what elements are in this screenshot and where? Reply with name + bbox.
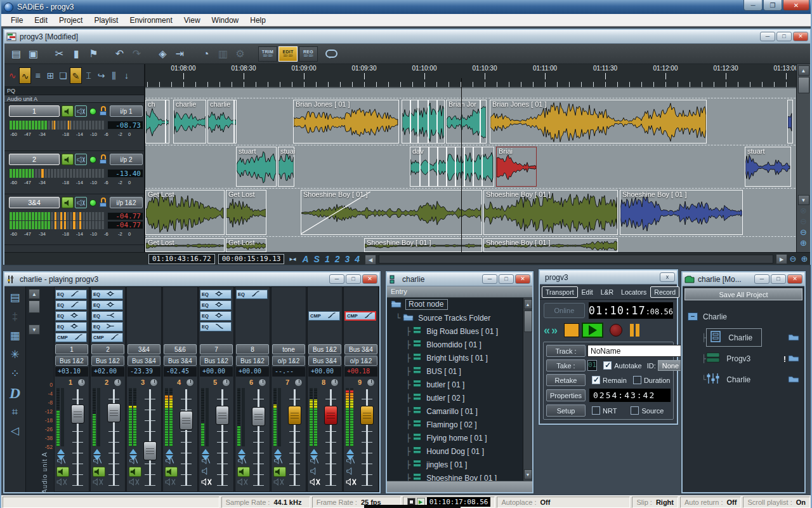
- track-number-button[interactable]: 1: [9, 105, 60, 117]
- fast-forward-button[interactable]: »: [551, 324, 556, 337]
- project-root-item[interactable]: −Charlie: [683, 306, 804, 327]
- menu-help[interactable]: Help: [244, 15, 272, 26]
- timeline-horizontal-scrollbar[interactable]: [379, 255, 773, 264]
- project-tree-item[interactable]: ├ Charlie: [683, 327, 804, 348]
- mixer-scrollbar[interactable]: ▲ ▼: [27, 288, 41, 349]
- restore-button[interactable]: ❐: [763, 0, 782, 11]
- pages-icon[interactable]: ❏: [57, 67, 69, 84]
- collapse-markers-icon[interactable]: ▸◂: [289, 255, 296, 262]
- channel-gain-value[interactable]: +00.00: [236, 367, 269, 377]
- cmp-plugin-button[interactable]: CMP: [308, 311, 340, 321]
- channel-mute-button[interactable]: [129, 478, 141, 488]
- open-folder-zone[interactable]: [788, 375, 799, 385]
- entry-scroll-up-button[interactable]: ▲: [524, 299, 532, 309]
- channel-solo-icon[interactable]: [93, 457, 105, 467]
- tab-landr[interactable]: L&R: [597, 286, 617, 298]
- channel-name-button[interactable]: tone: [272, 344, 305, 354]
- audio-clip[interactable]: Shoeshine Boy [ 01 ]: [301, 190, 482, 235]
- channel-monitor-button[interactable]: [273, 467, 286, 477]
- project-maximize-button[interactable]: □: [771, 274, 786, 284]
- fader-handle[interactable]: [107, 403, 121, 422]
- marker-button-4[interactable]: 4: [355, 254, 360, 264]
- vscroll-thumb[interactable]: [798, 77, 809, 93]
- clipstore-titlebar[interactable]: charlie ─ □ ✕: [387, 272, 532, 286]
- track-mute-button[interactable]: [75, 105, 87, 117]
- channel-bus-button[interactable]: Bus 1&2: [200, 356, 233, 366]
- wave-zoom-icon[interactable]: ∿: [19, 67, 31, 84]
- open-folder-icon[interactable]: [788, 376, 799, 385]
- tree-item-source-track[interactable]: ├ Bloomdido [ 01 ]: [387, 338, 532, 351]
- open-folder-zone[interactable]: [788, 333, 799, 343]
- channel-name-button[interactable]: 2: [91, 344, 124, 354]
- channel-mute-button[interactable]: [165, 478, 178, 488]
- channel-name-button[interactable]: 7: [200, 344, 233, 354]
- tree-item-source-track[interactable]: ├ butler [ 02 ]: [387, 391, 532, 404]
- audio-clip[interactable]: Get Lost: [145, 190, 225, 235]
- channel-monitor-button[interactable]: [129, 467, 141, 477]
- menu-environment[interactable]: Environment: [124, 15, 178, 26]
- channel-solo-icon[interactable]: [165, 457, 178, 467]
- channel-gain-value[interactable]: +00.00: [308, 367, 341, 377]
- tree-item-root[interactable]: Root node: [387, 298, 532, 311]
- audio-clip[interactable]: [402, 100, 445, 144]
- entry-scroll-thumb[interactable]: [524, 311, 532, 332]
- audio-clip[interactable]: Brian Jor: [446, 100, 487, 144]
- razor-flag-icon[interactable]: ⚑: [86, 46, 102, 62]
- project-titlebar[interactable]: charlie [Mo... ─ □ ✕: [683, 272, 804, 286]
- direct-icon[interactable]: D: [10, 384, 20, 403]
- channel-bus-button[interactable]: o/p 1&2: [344, 356, 377, 366]
- mixer-scroll-down-button[interactable]: ▼: [29, 324, 40, 335]
- channel-mute-button[interactable]: [93, 478, 105, 488]
- audio-clip[interactable]: Brian Jones [ 01 ]: [293, 100, 399, 144]
- channel-solo-icon[interactable]: [201, 457, 214, 467]
- scroll-up-button[interactable]: ▲: [798, 65, 809, 76]
- tab-transport[interactable]: Transport: [542, 286, 578, 298]
- channel-bus-button[interactable]: Bus 3&4: [308, 356, 341, 366]
- channel-solo-icon[interactable]: [129, 457, 141, 467]
- meters-icon[interactable]: ▥: [215, 46, 231, 62]
- auto-return-panel[interactable]: Auto return : Off: [680, 497, 741, 508]
- audio-clip[interactable]: Get Lost: [226, 190, 266, 235]
- monitor-icon[interactable]: ◁: [11, 422, 19, 441]
- audio-clip[interactable]: ch: [145, 100, 169, 144]
- track-setup-icon[interactable]: ⊞: [44, 67, 56, 84]
- track-name-input[interactable]: [587, 345, 692, 357]
- taskbar-peek[interactable]: [364, 505, 461, 508]
- autotake-checkbox[interactable]: [603, 361, 612, 370]
- pause-button[interactable]: [630, 324, 639, 337]
- fader-track[interactable]: [330, 389, 332, 486]
- audio-clip[interactable]: Get Lost: [226, 238, 266, 252]
- timeline-track-lane[interactable]: Get LostGet LostShoeshine Boy [ 01 ]Shoe…: [145, 189, 799, 237]
- eq-plugin-button[interactable]: EQ: [91, 290, 123, 299]
- tab-record[interactable]: Record: [650, 286, 679, 298]
- play-button[interactable]: [582, 323, 603, 338]
- entry-horizontal-scrollbar[interactable]: [387, 481, 532, 492]
- audio-clip[interactable]: Shoeshine Boy [ 01 ]: [483, 238, 618, 252]
- channel-mute-button[interactable]: [201, 478, 214, 488]
- track-number-button[interactable]: 3&4: [9, 197, 60, 208]
- timeline-track-lane[interactable]: stuartstuaidavBriaistuart: [145, 145, 799, 189]
- fader-track[interactable]: [221, 389, 223, 486]
- pin-icon[interactable]: ⁘: [10, 365, 19, 384]
- channel-monitor-button[interactable]: [346, 467, 358, 477]
- region-snapshot-icon[interactable]: ▣: [25, 46, 41, 62]
- clipstore-minimize-button[interactable]: ─: [482, 274, 497, 284]
- tab-edit[interactable]: Edit: [578, 286, 597, 298]
- zoom-out-horizontal-icon[interactable]: ⊖: [787, 253, 799, 264]
- track-monitor-button[interactable]: [62, 154, 74, 165]
- channel-name-button[interactable]: 8: [236, 344, 269, 354]
- mixer-scroll-up-button[interactable]: ▲: [29, 289, 40, 299]
- channel-solo-icon[interactable]: [56, 457, 69, 467]
- channel-solo-icon[interactable]: [273, 457, 286, 467]
- zoom-in-vertical-icon[interactable]: ⊕: [798, 237, 809, 248]
- open-folder-icon[interactable]: [788, 355, 799, 364]
- patch-icon[interactable]: ⌗: [12, 403, 18, 422]
- minimize-button[interactable]: ─: [743, 0, 763, 11]
- entry-column-header[interactable]: Entry: [387, 286, 532, 298]
- hscroll-left-button[interactable]: ◀: [365, 255, 376, 265]
- playhead-cursor[interactable]: [461, 78, 462, 252]
- properties-button[interactable]: Properties: [546, 389, 586, 401]
- record-button[interactable]: [610, 324, 622, 337]
- tree-item-source-track[interactable]: ├ Flamingo [ 02 ]: [387, 418, 532, 431]
- pan-knob[interactable]: [367, 378, 375, 387]
